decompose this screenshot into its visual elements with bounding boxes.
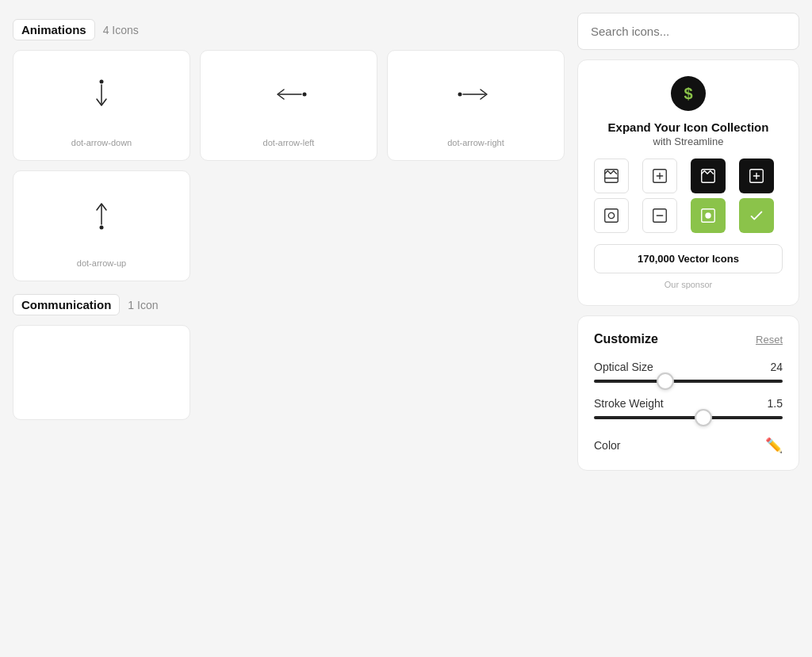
communication-title: Communication (13, 294, 120, 315)
stroke-weight-label-row: Stroke Weight 1.5 (594, 397, 783, 410)
icon-card-dot-arrow-up[interactable]: dot-arrow-up (13, 170, 190, 281)
right-panel: arrow $ Expand Your Icon Collection with… (577, 13, 799, 471)
sponsor-icons-preview (594, 159, 783, 233)
stroke-weight-row: Stroke Weight 1.5 (594, 397, 783, 419)
color-label: Color (594, 439, 620, 452)
svg-point-4 (458, 93, 462, 97)
dot-arrow-down-visual (89, 63, 114, 125)
optical-size-value: 24 (770, 361, 783, 373)
sponsor-card: $ Expand Your Icon Collection with Strea… (577, 59, 799, 306)
dot-arrow-down-svg (89, 75, 114, 113)
stroke-weight-value: 1.5 (768, 397, 783, 410)
dot-arrow-right-visual (454, 63, 498, 125)
sponsor-icon-6 (642, 198, 677, 233)
communication-section-header: Communication 1 Icon (13, 294, 565, 315)
sponsor-subtitle: with Streamline (594, 136, 783, 147)
icon-card-dot-arrow-right[interactable]: dot-arrow-right (387, 50, 565, 161)
svg-point-2 (303, 93, 307, 97)
dot-arrow-left-svg (266, 85, 311, 104)
optical-size-label-row: Optical Size 24 (594, 361, 783, 373)
animations-title: Animations (13, 19, 95, 40)
dot-arrow-up-svg (89, 196, 114, 234)
svg-point-13 (608, 212, 614, 218)
sponsor-logo: $ (671, 76, 706, 111)
animations-icon-grid: dot-arrow-down dot-arrow-left (13, 50, 565, 281)
icon-card-dot-arrow-down[interactable]: dot-arrow-down (13, 50, 190, 161)
svg-rect-12 (605, 209, 619, 223)
customize-title: Customize (594, 332, 658, 346)
icon-label-dot-arrow-left: dot-arrow-left (263, 138, 315, 147)
icon-label-dot-arrow-down: dot-arrow-down (71, 138, 132, 147)
dot-arrow-left-visual (266, 63, 311, 125)
svg-point-0 (100, 80, 104, 84)
sponsor-icon-7 (691, 198, 726, 233)
optical-size-label: Optical Size (594, 361, 653, 373)
svg-point-16 (705, 212, 710, 218)
sponsor-icon-8 (739, 198, 774, 233)
search-input[interactable]: arrow (577, 13, 799, 50)
stroke-weight-track[interactable] (594, 416, 783, 419)
icon-label-dot-arrow-right: dot-arrow-right (447, 138, 504, 147)
icon-card-dot-arrow-left[interactable]: dot-arrow-left (200, 50, 377, 161)
sponsor-icon-3 (691, 159, 726, 193)
sponsor-icon-5 (594, 198, 629, 233)
left-panel: Animations 4 Icons dot-arrow-down (13, 13, 565, 471)
sponsor-icon-1 (594, 159, 629, 193)
icon-card-communication-placeholder[interactable] (13, 325, 190, 420)
stroke-weight-thumb[interactable] (695, 409, 712, 426)
optical-size-row: Optical Size 24 (594, 361, 783, 383)
optical-size-thumb[interactable] (657, 372, 674, 390)
customize-card: Customize Reset Optical Size 24 Stroke W… (577, 315, 799, 471)
sponsor-note: Our sponsor (594, 280, 783, 289)
svg-point-6 (100, 226, 104, 230)
sponsor-icon-4 (739, 159, 774, 193)
animations-section-header: Animations 4 Icons (13, 19, 565, 40)
icon-label-dot-arrow-up: dot-arrow-up (77, 258, 126, 268)
color-picker-icon[interactable]: ✏️ (765, 437, 783, 454)
dot-arrow-up-visual (89, 184, 114, 246)
reset-button[interactable]: Reset (756, 334, 783, 346)
communication-icon-grid (13, 325, 565, 420)
customize-header: Customize Reset (594, 332, 783, 346)
dot-arrow-right-svg (454, 85, 498, 104)
color-row: Color ✏️ (594, 434, 783, 454)
animations-count: 4 Icons (103, 24, 139, 36)
optical-size-track[interactable] (594, 380, 783, 383)
sponsor-icon-2 (642, 159, 677, 193)
sponsor-title: Expand Your Icon Collection (594, 120, 783, 134)
sponsor-cta-button[interactable]: 170,000 Vector Icons (594, 244, 783, 273)
communication-count: 1 Icon (128, 299, 158, 311)
stroke-weight-label: Stroke Weight (594, 397, 664, 410)
